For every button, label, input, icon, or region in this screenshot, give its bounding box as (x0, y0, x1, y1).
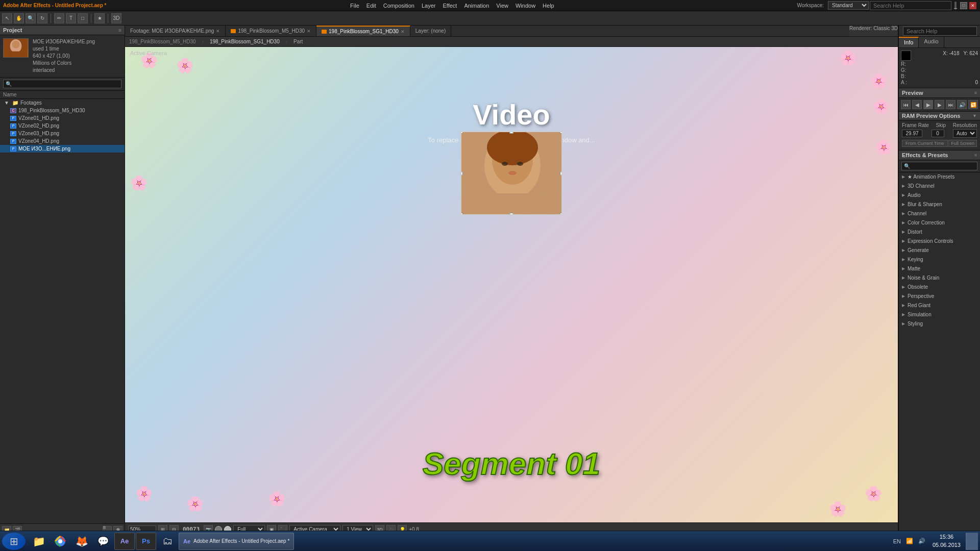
tool-select[interactable]: ↖ (2, 13, 12, 23)
search-help-field[interactable] (903, 27, 977, 36)
menu-view[interactable]: View (493, 2, 511, 10)
project-item-vzone01[interactable]: P VZone01_HD.png (0, 114, 125, 122)
search-help-input[interactable] (870, 1, 951, 10)
project-item-footages[interactable]: ▼ 📁 Footages (0, 99, 125, 107)
ram-skip-input[interactable] (932, 130, 944, 137)
effects-cat-audio[interactable]: ▶ Audio (899, 191, 980, 200)
tool-rotate[interactable]: ↻ (37, 13, 47, 23)
project-item-moe[interactable]: P МОЕ ИЗО...ЕНИЕ.png (0, 145, 125, 153)
footage-tab[interactable]: Footage: МОЕ ИЗОБРАЖЕНИЕ.png ✕ (125, 26, 226, 36)
project-search-input[interactable] (3, 80, 121, 88)
effects-cat-color[interactable]: ▶ Color Correction (899, 218, 980, 228)
taskbar-skype[interactable]: 💬 (93, 533, 113, 550)
menu-file[interactable]: File (347, 2, 362, 10)
taskbar-file-manager[interactable]: 📁 (29, 533, 49, 550)
project-item-198[interactable]: C 198_PinkBlossom_M5_HD30 (0, 107, 125, 114)
from-current-time-btn[interactable]: From Current Time (902, 140, 948, 147)
comp-breadcrumb-m5[interactable]: 198_PinkBlossom_M5_HD30 (129, 39, 196, 44)
comp-tab-sg1-close[interactable]: ✕ (401, 29, 405, 34)
ram-framerate-input[interactable] (902, 130, 922, 137)
tool-zoom[interactable]: 🔍 (26, 13, 36, 23)
full-screen-btn[interactable]: Full Screen (948, 140, 977, 147)
project-panel-menu-icon[interactable]: ≡ (118, 28, 121, 33)
menu-layer[interactable]: Layer (419, 2, 439, 10)
preview-header[interactable]: Preview ≡ (899, 88, 980, 98)
effects-cat-3dchannel[interactable]: ▶ 3D Channel (899, 182, 980, 191)
preview-next-frame-btn[interactable]: ▶ (935, 100, 944, 109)
sel-handle-br[interactable] (560, 213, 562, 215)
preview-play-btn[interactable]: ▶ (923, 100, 933, 109)
comp-tab-m5-close[interactable]: ✕ (307, 29, 311, 34)
taskbar-chrome[interactable] (50, 533, 70, 550)
taskbar-ae-window[interactable]: Ae Adobe After Effects - Untitled Projec… (179, 533, 294, 550)
comp-breadcrumb-part[interactable]: Part (293, 39, 303, 44)
taskbar-ps[interactable]: Ps (136, 533, 156, 550)
footage-tab-close[interactable]: ✕ (216, 29, 220, 34)
sel-handle-tm[interactable] (510, 131, 513, 134)
preview-forward-btn[interactable]: ⏭ (946, 100, 955, 109)
effects-cat-blur[interactable]: ▶ Blur & Sharpen (899, 200, 980, 209)
comp-tab-sg1[interactable]: 198_PinkBlossom_SG1_HD30 ✕ (316, 26, 410, 36)
sel-handle-bl[interactable] (460, 213, 463, 215)
project-item-vzone02[interactable]: P VZone02_HD.png (0, 122, 125, 130)
sel-handle-ml[interactable] (460, 171, 463, 175)
show-desktop-btn[interactable] (966, 533, 978, 550)
comp-breadcrumb-sg1[interactable]: 198_PinkBlossom_SG1_HD30 (210, 39, 280, 44)
effects-cat-keying[interactable]: ▶ Keying (899, 255, 980, 264)
project-item-vzone04[interactable]: P VZone04_HD.png (0, 137, 125, 145)
tool-hand[interactable]: ✋ (14, 13, 24, 23)
ram-resolution-select[interactable]: AutoFullHalf (953, 129, 977, 138)
sel-handle-mr[interactable] (560, 171, 562, 175)
preview-audio-btn[interactable]: 🔊 (957, 100, 967, 109)
sel-handle-tr[interactable] (560, 131, 562, 134)
start-button[interactable]: ⊞ (2, 533, 26, 550)
comp-tab-m5[interactable]: 198_PinkBlossom_M5_HD30 ✕ (226, 26, 316, 36)
effects-panel-header[interactable]: Effects & Presets ≡ (899, 151, 980, 160)
preview-panel-menu[interactable]: ≡ (974, 90, 977, 95)
effects-cat-generate[interactable]: ▶ Generate (899, 246, 980, 255)
ram-preview-menu[interactable]: ▼ (972, 113, 977, 118)
photo-overlay[interactable] (460, 131, 562, 215)
menu-edit[interactable]: Edit (363, 2, 379, 10)
effects-cat-obsolete[interactable]: ▶ Obsolete (899, 283, 980, 292)
tab-audio[interactable]: Audio (919, 37, 944, 47)
menu-window[interactable]: Window (512, 2, 538, 10)
effects-search-input[interactable] (901, 162, 977, 170)
sel-handle-bm[interactable] (510, 213, 513, 215)
effects-cat-simulation[interactable]: ▶ Simulation (899, 310, 980, 319)
effects-cat-perspective[interactable]: ▶ Perspective (899, 292, 980, 301)
taskbar-firefox[interactable]: 🦊 (71, 533, 92, 550)
tool-text[interactable]: T (66, 13, 76, 23)
preview-prev-frame-btn[interactable]: ◀ (912, 100, 922, 109)
effects-panel-menu[interactable]: ≡ (974, 153, 977, 158)
effects-cat-distort[interactable]: ▶ Distort (899, 228, 980, 237)
effects-cat-redgiant[interactable]: ▶ Red Giant (899, 301, 980, 310)
effects-cat-styling[interactable]: ▶ Styling (899, 319, 980, 329)
effects-cat-expression[interactable]: ▶ Expression Controls (899, 237, 980, 246)
tool-pen[interactable]: ✏ (54, 13, 64, 23)
window-minimize-btn[interactable]: _ (954, 2, 957, 10)
menu-composition[interactable]: Composition (380, 2, 418, 10)
tool-puppet[interactable]: ★ (94, 13, 105, 23)
window-restore-btn[interactable]: □ (960, 2, 967, 9)
preview-loop-btn[interactable]: 🔁 (968, 100, 978, 109)
project-item-vzone03[interactable]: P VZone03_HD.png (0, 130, 125, 137)
tool-3d[interactable]: 3D (111, 13, 121, 23)
taskbar-explorer[interactable]: 🗂 (157, 533, 178, 550)
sel-handle-tl[interactable] (460, 131, 463, 134)
ram-preview-header[interactable]: RAM Preview Options ▼ (899, 112, 980, 120)
preview-rewind-btn[interactable]: ⏮ (901, 100, 911, 109)
menu-help[interactable]: Help (540, 2, 557, 10)
effects-cat-channel[interactable]: ▶ Channel (899, 209, 980, 218)
tool-shape[interactable]: □ (78, 13, 88, 23)
effects-cat-animation[interactable]: ▶ ★ Animation Presets (899, 172, 980, 182)
effects-cat-noise[interactable]: ▶ Noise & Grain (899, 273, 980, 283)
tab-info[interactable]: Info (899, 37, 919, 47)
effects-cat-matte[interactable]: ▶ Matte (899, 264, 980, 273)
menu-animation[interactable]: Animation (461, 2, 492, 10)
menu-effect[interactable]: Effect (439, 2, 460, 10)
taskbar-ae[interactable]: Ae (114, 533, 135, 550)
window-close-btn[interactable]: ✕ (969, 2, 976, 9)
workspace-select[interactable]: Standard (828, 1, 869, 10)
layer-tab[interactable]: Layer: (none) (410, 26, 451, 36)
